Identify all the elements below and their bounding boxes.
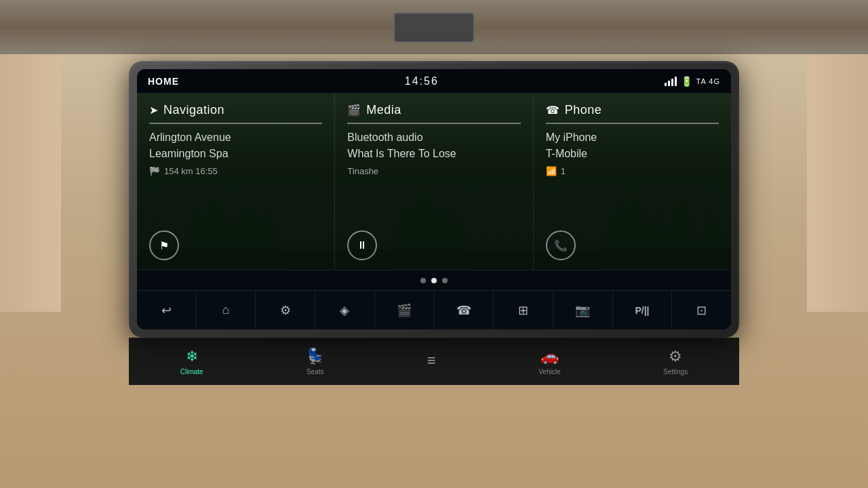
phone-device: My iPhone xyxy=(546,129,719,146)
nav-address-line2: Leamington Spa xyxy=(149,146,322,162)
navigation-icon xyxy=(149,104,158,117)
settings-bottom-icon: ⚙ xyxy=(669,348,682,365)
navigation-card[interactable]: Navigation Arlington Avenue Leamington S… xyxy=(137,94,335,270)
dot-3[interactable] xyxy=(442,278,448,283)
phone-carrier: T-Mobile xyxy=(546,146,719,162)
phone-card[interactable]: ☎ Phone My iPhone T-Mobile 📶 1 xyxy=(534,94,731,270)
drive-icon: ≡ xyxy=(427,352,436,369)
media-info: Bluetooth audio What Is There To Lose Ti… xyxy=(347,129,520,225)
phone-nav-button[interactable]: ☎ xyxy=(435,291,494,329)
camera-icon: 📷 xyxy=(575,303,590,318)
dot-2[interactable] xyxy=(431,278,437,283)
media-pause-button[interactable]: ⏸ xyxy=(347,230,377,260)
phone-count: 1 xyxy=(561,165,566,178)
call-icon: 📞 xyxy=(554,239,568,252)
pause-icon: ⏸ xyxy=(357,239,368,251)
media-track: What Is There To Lose xyxy=(347,146,520,162)
media-icon: 🎬 xyxy=(347,104,361,117)
nav-address-line1: Arlington Avenue xyxy=(149,129,322,146)
phone-meta: 📶 1 xyxy=(546,165,719,178)
nav-meta: 🏁 154 km 16:55 xyxy=(149,165,322,178)
screen-wrapper: HOME 14:56 🔋 TA 4G xyxy=(0,61,868,385)
seats-icon: 💺 xyxy=(306,348,324,365)
home-nav-button[interactable]: ⌂ xyxy=(197,291,256,329)
vehicle-tab[interactable]: 🚗 Vehicle xyxy=(538,348,560,375)
main-content: Navigation Arlington Avenue Leamington S… xyxy=(137,94,731,270)
cards-container: Navigation Arlington Avenue Leamington S… xyxy=(137,94,731,270)
media-artist: Tinashe xyxy=(347,165,520,178)
phone-title: Phone xyxy=(565,103,602,117)
navigation-title: Navigation xyxy=(163,103,224,117)
seats-tab[interactable]: 💺 Seats xyxy=(306,348,324,375)
signal-icon xyxy=(665,77,677,86)
screen-bezel: HOME 14:56 🔋 TA 4G xyxy=(129,61,739,338)
phone-info: My iPhone T-Mobile 📶 1 xyxy=(546,129,719,225)
settings-bottom-label: Settings xyxy=(663,368,688,375)
nav-distance-icon: 🏁 xyxy=(149,165,160,178)
climate-label: Climate xyxy=(180,368,203,375)
phone-nav-icon: ☎ xyxy=(456,303,471,318)
screen-area: HOME 14:56 🔋 TA 4G xyxy=(129,61,739,338)
leather-left xyxy=(0,54,61,312)
parking-button[interactable]: P/|| xyxy=(613,291,673,329)
media-source: Bluetooth audio xyxy=(347,129,520,146)
nav-distance: 154 km 16:55 xyxy=(164,165,218,178)
phone-icon: ☎ xyxy=(546,104,559,117)
split-screen-button[interactable]: ⊞ xyxy=(494,291,553,329)
media-title: Media xyxy=(366,103,401,117)
clock: 14:56 xyxy=(405,75,439,87)
screen-icon: ⊡ xyxy=(696,303,707,318)
climate-tab[interactable]: ❄ Climate xyxy=(180,348,203,375)
status-icons: 🔋 TA 4G xyxy=(665,76,720,87)
phone-card-header: ☎ Phone xyxy=(546,103,719,124)
infotainment-screen: HOME 14:56 🔋 TA 4G xyxy=(137,69,731,329)
phone-call-button[interactable]: 📞 xyxy=(546,230,576,260)
dot-1[interactable] xyxy=(420,278,426,283)
settings-icon: ⚙ xyxy=(280,303,291,318)
back-icon: ↩ xyxy=(161,303,172,318)
media-nav-button[interactable]: 🎬 xyxy=(375,291,435,329)
home-label: HOME xyxy=(148,76,179,87)
settings-nav-button[interactable]: ⚙ xyxy=(256,291,315,329)
top-vent xyxy=(0,0,868,54)
parking-icon: P/|| xyxy=(635,305,649,316)
status-bar: HOME 14:56 🔋 TA 4G xyxy=(137,69,731,94)
media-artist-name: Tinashe xyxy=(347,165,378,178)
media-card-header: 🎬 Media xyxy=(347,103,520,124)
media-card[interactable]: 🎬 Media Bluetooth audio What Is There To… xyxy=(335,94,533,270)
bottom-controls: ❄ Climate 💺 Seats ≡ 🚗 Vehicle ⚙ Settings xyxy=(129,338,739,385)
back-button[interactable]: ↩ xyxy=(137,291,197,329)
split-icon: ⊞ xyxy=(518,303,528,318)
phone-signal-icon: 📶 xyxy=(546,165,557,178)
navigation-button[interactable]: ⚑ xyxy=(149,230,179,260)
nav-bar: ↩ ⌂ ⚙ ◈ 🎬 xyxy=(137,290,731,329)
vehicle-icon: 🚗 xyxy=(540,348,559,365)
nav-card-header: Navigation xyxy=(149,103,322,124)
drive-tab[interactable]: ≡ xyxy=(427,352,436,372)
signal-label: TA 4G xyxy=(696,77,720,85)
leather-right xyxy=(807,54,868,312)
battery-icon: 🔋 xyxy=(681,76,692,87)
vent-center xyxy=(393,12,475,43)
vehicle-label: Vehicle xyxy=(538,368,560,375)
navigation-nav-button[interactable]: ◈ xyxy=(315,291,375,329)
nav-button-icon: ⚑ xyxy=(159,239,169,252)
film-icon: 🎬 xyxy=(397,303,412,318)
settings-tab[interactable]: ⚙ Settings xyxy=(663,348,688,375)
home-icon: ⌂ xyxy=(222,303,230,317)
climate-icon: ❄ xyxy=(186,348,198,365)
compass-icon: ◈ xyxy=(340,303,349,318)
camera-button[interactable]: 📷 xyxy=(553,291,613,329)
seats-label: Seats xyxy=(307,368,324,375)
dashboard: HOME 14:56 🔋 TA 4G xyxy=(0,0,868,488)
dots-indicator xyxy=(137,270,731,290)
screen-mirror-button[interactable]: ⊡ xyxy=(672,291,731,329)
navigation-info: Arlington Avenue Leamington Spa 🏁 154 km… xyxy=(149,129,322,225)
